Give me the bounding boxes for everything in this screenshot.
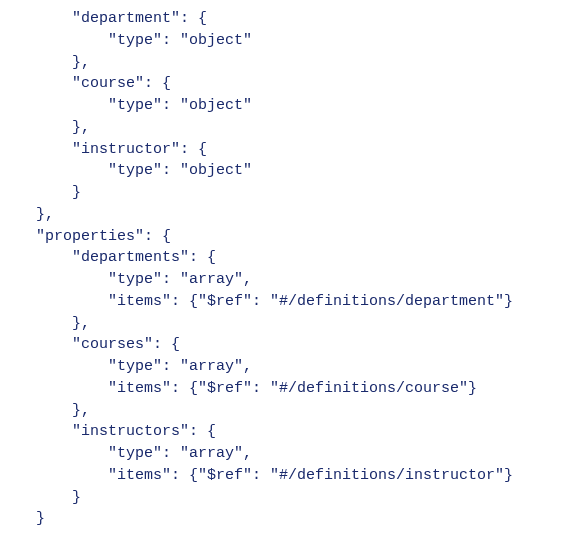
json-schema-code-block: "department": { "type": "object" }, "cou… — [0, 0, 573, 533]
